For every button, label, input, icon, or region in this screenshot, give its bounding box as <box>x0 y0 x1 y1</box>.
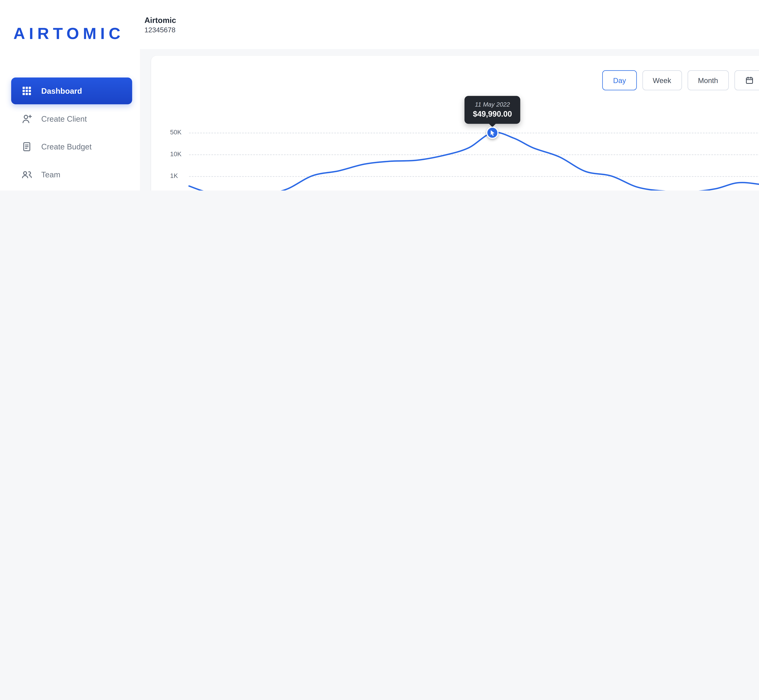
main: Airtomic 12345678 Refresh Help Notificat… <box>140 0 759 191</box>
sidebar: AIRTOMIC Dashboard Create Client Create … <box>0 0 140 191</box>
dashboard-grid-icon <box>21 85 32 96</box>
tooltip-value: $49,990.00 <box>473 109 512 118</box>
sidebar-item-team[interactable]: Team <box>11 161 132 188</box>
chart-plot[interactable]: 11 May 2022 $49,990.00 <box>189 95 759 191</box>
header: Airtomic 12345678 Refresh Help Notificat… <box>140 0 759 49</box>
brand-logo: AIRTOMIC <box>0 0 140 43</box>
week-button[interactable]: Week <box>642 70 682 90</box>
person-plus-icon <box>21 113 32 124</box>
sidebar-item-label: Team <box>41 170 61 179</box>
team-icon <box>21 169 32 180</box>
sidebar-item-data-sources[interactable]: Data Sources <box>11 189 132 191</box>
calendar-icon <box>745 76 754 85</box>
spend-chart-card: Day Week Month Current Budget Cycle 50K … <box>151 56 759 191</box>
chart-tooltip: 11 May 2022 $49,990.00 <box>464 96 520 124</box>
y-tick: 10K <box>170 151 181 157</box>
range-controls: Day Week Month Current Budget Cycle <box>170 70 759 90</box>
app: AIRTOMIC Dashboard Create Client Create … <box>0 0 759 191</box>
y-tick: 50K <box>170 129 181 136</box>
content: Day Week Month Current Budget Cycle 50K … <box>140 49 759 191</box>
current-budget-cycle-button[interactable]: Current Budget Cycle <box>734 70 759 90</box>
month-button[interactable]: Month <box>687 70 729 90</box>
chart-line <box>189 132 759 191</box>
account-name: Airtomic <box>144 15 176 24</box>
chart-marker[interactable] <box>486 127 498 139</box>
sidebar-item-create-budget[interactable]: Create Budget <box>11 133 132 160</box>
day-button[interactable]: Day <box>603 70 637 90</box>
sidebar-nav: Dashboard Create Client Create Budget Te… <box>0 78 140 191</box>
sidebar-item-create-client[interactable]: Create Client <box>11 105 132 132</box>
sidebar-item-label: Create Budget <box>41 142 92 151</box>
account-block: Airtomic 12345678 <box>144 15 176 34</box>
chart-body: 50K 10K 1K 0 11 May 20 <box>170 95 759 191</box>
cursor-icon <box>489 129 496 136</box>
tooltip-date: 11 May 2022 <box>473 101 512 108</box>
chart-y-axis: 50K 10K 1K 0 <box>170 95 189 191</box>
sidebar-item-label: Create Client <box>41 114 87 123</box>
account-id: 12345678 <box>144 26 176 34</box>
sidebar-item-dashboard[interactable]: Dashboard <box>11 78 132 104</box>
sidebar-item-label: Dashboard <box>41 86 82 95</box>
document-icon <box>21 141 32 152</box>
y-tick: 1K <box>170 172 178 179</box>
